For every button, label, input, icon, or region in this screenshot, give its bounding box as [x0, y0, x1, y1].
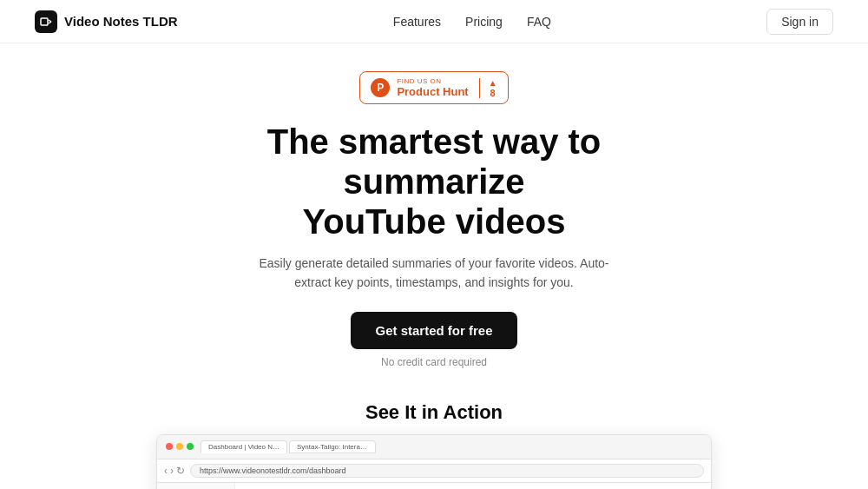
- maximize-dot: [187, 443, 194, 450]
- browser-tabs: Dashboard | Video Note... Syntax-Tailgo:…: [201, 440, 376, 453]
- refresh-icon: ↻: [176, 465, 185, 477]
- browser-dots: [166, 443, 194, 450]
- browser-tab-active[interactable]: Dashboard | Video Note...: [201, 440, 287, 453]
- action-section: See It in Action Dashboard | Video Note.…: [0, 386, 868, 489]
- cta-button[interactable]: Get started for free: [351, 312, 516, 349]
- app-main: Dashboard General stats Total notes 1 To…: [235, 483, 711, 489]
- ph-find-label: FIND US ON: [397, 77, 468, 85]
- hero-title: The smartest way to summarize YouTube vi…: [174, 122, 694, 241]
- nav-faq[interactable]: FAQ: [527, 15, 551, 29]
- svg-line-2: [49, 22, 51, 23]
- nav-pricing[interactable]: Pricing: [465, 15, 503, 29]
- hero-title-line1: The smartest way to summarize: [267, 122, 602, 201]
- ph-arrow-icon: ▲: [489, 78, 497, 88]
- browser-nav: ‹ › ↻ https://www.videonotestldr.com/das…: [157, 459, 711, 483]
- nav-arrows: ‹ › ↻: [164, 465, 185, 477]
- hero-section: P FIND US ON Product Hunt ▲ 8 The smarte…: [0, 43, 868, 386]
- product-hunt-text: FIND US ON Product Hunt: [397, 77, 468, 98]
- product-hunt-icon: P: [371, 78, 390, 97]
- hero-title-line2: YouTube videos: [303, 202, 566, 241]
- ph-upvote-count: 8: [490, 88, 496, 98]
- back-icon: ‹: [164, 465, 168, 477]
- forward-icon: ›: [170, 465, 174, 477]
- minimize-dot: [176, 443, 183, 450]
- svg-rect-0: [41, 18, 48, 25]
- nav-features[interactable]: Features: [393, 15, 441, 29]
- ph-upvote: ▲ 8: [479, 78, 497, 98]
- navbar: Video Notes TLDR Features Pricing FAQ Si…: [0, 0, 868, 43]
- browser-content: Video Notes TLDR ⌂ Home ☰ Notes ◈ Tags ◯…: [157, 483, 711, 489]
- ph-name-label: Product Hunt: [397, 85, 468, 98]
- browser-mockup: Dashboard | Video Note... Syntax-Tailgo:…: [156, 434, 712, 489]
- hero-subtitle: Easily generate detailed summaries of yo…: [252, 254, 616, 293]
- browser-tab-2[interactable]: Syntax-Tailgo: Interact...: [289, 440, 376, 453]
- nav-links: Features Pricing FAQ: [393, 15, 551, 29]
- browser-bar: Dashboard | Video Note... Syntax-Tailgo:…: [157, 435, 711, 459]
- product-hunt-badge[interactable]: P FIND US ON Product Hunt ▲ 8: [359, 71, 508, 104]
- close-dot: [166, 443, 173, 450]
- url-bar[interactable]: https://www.videonotestldr.com/dashboard: [190, 464, 704, 478]
- action-title: See It in Action: [365, 401, 503, 424]
- signin-button[interactable]: Sign in: [766, 9, 833, 35]
- logo[interactable]: Video Notes TLDR: [35, 10, 178, 33]
- no-credit-card-text: No credit card required: [381, 356, 487, 368]
- logo-icon: [35, 10, 57, 33]
- logo-text: Video Notes TLDR: [64, 14, 178, 29]
- app-sidebar: Video Notes TLDR ⌂ Home ☰ Notes ◈ Tags ◯…: [157, 483, 235, 489]
